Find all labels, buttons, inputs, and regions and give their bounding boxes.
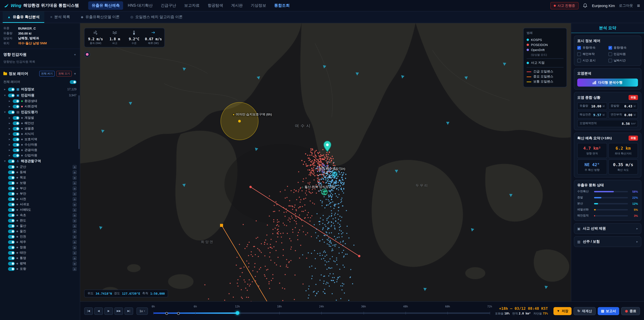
nav-item[interactable]: 게시판	[228, 1, 246, 10]
aquafarm-marker[interactable]	[321, 189, 327, 195]
display-option[interactable]: ✓유향/유속	[577, 46, 607, 50]
layer-item-toggle[interactable]	[8, 170, 15, 174]
collapsed-section[interactable]: ▥선주 / 보험▸	[574, 236, 641, 247]
caret-icon[interactable]: ▾	[3, 159, 6, 163]
layer-detail-button[interactable]: ▦	[73, 203, 76, 206]
display-option[interactable]: ✓풍향/풍속	[608, 46, 638, 50]
caret-icon[interactable]: ▸	[8, 154, 11, 157]
layer-item-toggle[interactable]	[13, 99, 20, 103]
layer-item-toggle[interactable]	[13, 148, 20, 152]
layer-item-row[interactable]: ▸계절별	[0, 115, 80, 121]
notification-bell-icon[interactable]	[582, 3, 588, 8]
layer-toggle[interactable]	[8, 94, 15, 97]
layer-item-row[interactable]: ▸사회경제	[0, 104, 80, 109]
map-mode-button[interactable]	[84, 51, 90, 57]
speed-selector[interactable]: 1x▾	[136, 307, 148, 315]
layer-item-row[interactable]: 완도▦	[0, 218, 80, 223]
layer-item-toggle[interactable]	[8, 219, 15, 222]
layer-item-toggle[interactable]	[13, 127, 20, 130]
layer-item-row[interactable]: 동해▦	[0, 169, 80, 175]
layer-item-toggle[interactable]	[13, 137, 20, 141]
layer-item-toggle[interactable]	[8, 197, 15, 201]
wetland-label[interactable]: ● 여자만 습지보호구역 (6h)	[233, 112, 272, 117]
layer-item-toggle[interactable]	[8, 203, 15, 206]
layer-item-toggle[interactable]	[13, 105, 20, 108]
nav-item[interactable]: 유출유 확산예측	[88, 1, 123, 10]
layer-item-row[interactable]: ▸수산자원	[0, 142, 80, 147]
layer-item-row[interactable]: 제주▦	[0, 239, 80, 245]
layer-item-toggle[interactable]	[8, 186, 15, 190]
layer-detail-button[interactable]: ▦	[73, 165, 76, 169]
layer-detail-button[interactable]: ▦	[73, 176, 76, 179]
layer-group-row[interactable]: ▾▤민감도평가	[0, 109, 80, 115]
저장-button[interactable]: ▼저장	[553, 307, 572, 315]
caret-icon[interactable]: ▸	[8, 127, 11, 130]
layer-item-row[interactable]: 태안▦	[0, 250, 80, 255]
layer-item-toggle[interactable]	[8, 256, 15, 260]
collapsed-section[interactable]: ▣사고 선박 제원▸	[574, 223, 641, 234]
caret-icon[interactable]: ▸	[8, 122, 11, 125]
beach-label[interactable]: ☂ 웅천 해수욕장 (1h)	[315, 167, 345, 171]
layer-item-toggle[interactable]	[8, 208, 15, 212]
timeline-slider[interactable]: 0h6h12h18h24h36h48h60h72h	[153, 305, 490, 317]
layer-detail-button[interactable]: ▦	[73, 192, 76, 195]
filter-icon[interactable]: ▼	[74, 72, 76, 75]
checkbox[interactable]	[577, 59, 581, 62]
nav-item[interactable]: 긴급구난	[157, 1, 180, 10]
layer-item-toggle[interactable]	[8, 262, 15, 265]
layer-item-row[interactable]: 속초▦	[0, 212, 80, 218]
display-option[interactable]: 민감자원	[608, 52, 638, 56]
보고서-button[interactable]: ▤보고서	[598, 307, 619, 315]
layer-detail-button[interactable]: ▦	[73, 267, 76, 271]
layer-item-toggle[interactable]	[8, 229, 15, 233]
display-option[interactable]: 해안부착	[577, 52, 607, 56]
chevron-down-icon[interactable]: ▾	[74, 53, 76, 56]
layer-item-row[interactable]: 울진▦	[0, 228, 80, 234]
master-layer-toggle[interactable]	[70, 80, 76, 84]
all-off-button[interactable]: 전체 끄기	[56, 71, 72, 77]
layer-item-row[interactable]: 평택▦	[0, 261, 80, 266]
layer-item-row[interactable]: ▸관광자원	[0, 147, 80, 153]
checkbox[interactable]	[608, 52, 612, 56]
layer-detail-button[interactable]: ▦	[73, 208, 76, 212]
layer-detail-button[interactable]: ▦	[73, 186, 76, 190]
layer-group-row[interactable]: ▾▣민감자원3,947	[0, 92, 80, 98]
layer-item-toggle[interactable]	[8, 240, 15, 244]
user-name[interactable]: Eunjeong Kim	[592, 4, 615, 8]
layer-item-row[interactable]: ▸서식지	[0, 131, 80, 137]
layer-group-row[interactable]: ▸▦어장정보17,129	[0, 86, 80, 92]
aquafarm-label[interactable]: ⌂ 돌산 전복 양식장 (3h)	[302, 185, 335, 189]
layer-detail-button[interactable]: ▦	[73, 224, 76, 228]
layer-item-row[interactable]: ▸해안선	[0, 121, 80, 126]
layer-item-toggle[interactable]	[13, 116, 20, 120]
step-back-button[interactable]: ◀	[94, 307, 103, 315]
layer-detail-button[interactable]: ▦	[73, 262, 76, 265]
layer-item-row[interactable]: ▸산업자원	[0, 153, 80, 158]
layer-item-toggle[interactable]	[8, 176, 15, 179]
layer-item-toggle[interactable]	[8, 245, 15, 249]
layer-detail-button[interactable]: ▦	[73, 240, 76, 244]
caret-icon[interactable]: ▸	[8, 132, 11, 136]
layer-detail-button[interactable]: ▦	[73, 181, 76, 185]
caret-icon[interactable]: ▸	[8, 99, 11, 103]
checkbox[interactable]	[608, 59, 612, 62]
polygon-analysis-button[interactable]: 다각형 분석수행	[577, 79, 638, 87]
layer-item-toggle[interactable]	[8, 165, 15, 169]
layer-item-row[interactable]: 서해5도▦	[0, 207, 80, 212]
layer-item-toggle[interactable]	[13, 143, 20, 147]
layer-item-row[interactable]: 사천▦	[0, 196, 80, 202]
layer-item-row[interactable]: 군산▦	[0, 164, 80, 169]
layer-item-row[interactable]: 부산▦	[0, 186, 80, 191]
checkbox[interactable]: ✓	[608, 46, 612, 50]
caret-icon[interactable]: ▸	[3, 88, 6, 91]
layer-item-toggle[interactable]	[8, 235, 15, 238]
timeline-handle[interactable]	[236, 311, 239, 315]
fence-deploy-marker[interactable]	[165, 312, 168, 315]
layer-group-row[interactable]: ▾⚓해경관할구역	[0, 158, 80, 164]
play-button[interactable]: ▶	[104, 307, 113, 315]
caret-icon[interactable]: ▾	[3, 110, 6, 114]
caret-icon[interactable]: ▸	[8, 116, 11, 120]
layer-item-row[interactable]: 울산▦	[0, 223, 80, 228]
checkbox[interactable]	[577, 52, 581, 56]
layer-detail-button[interactable]: ▦	[73, 213, 76, 217]
